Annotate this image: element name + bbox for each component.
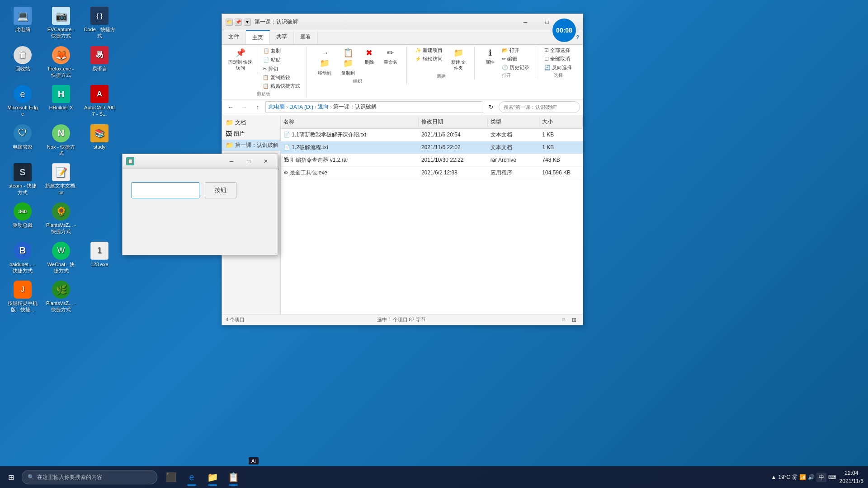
desktop-icon-firefox[interactable]: 🦊 firefox.exe - 快捷方式 (43, 44, 79, 81)
system-clock[interactable]: 22:04 2021/11/6 (840, 469, 863, 485)
ribbon-tab-file[interactable]: 文件 (222, 30, 246, 44)
desktop-icon-steam[interactable]: S steam - 快捷方式 (5, 161, 41, 198)
desktop-icon-123exe[interactable]: 1 123.exe (81, 239, 118, 277)
file-icon-txt1: 📄 (283, 131, 290, 138)
desktop-icon-edge[interactable]: e Microsoft Edge (5, 83, 41, 120)
ribbon-btn-history[interactable]: 🕐 历史记录 (500, 64, 531, 71)
ribbon-btn-paste[interactable]: 📄 粘贴 (261, 56, 302, 64)
status-item-count: 4 个项目 (226, 316, 245, 323)
col-header-size[interactable]: 大小 (539, 117, 583, 127)
taskbar-edge-button[interactable]: e (182, 467, 202, 487)
cut-icon: ✂ (263, 66, 267, 72)
desktop-icon-plantsexe[interactable]: 🌿 PlantsVsZ... - 快捷方式 (43, 278, 79, 315)
sidebar-item-lesson1[interactable]: 📁 第一课：认识破解 (222, 140, 280, 151)
properties-icon: ℹ (489, 48, 492, 58)
desktop-icon-jiasu[interactable]: J 按键精灵手机版 - 快捷... (5, 278, 41, 315)
dialog-action-button[interactable]: 按钮 (205, 182, 236, 198)
ribbon-btn-newitem[interactable]: ✨ 新建项目 (413, 47, 444, 54)
docs-icon: 📁 (226, 119, 233, 126)
refresh-button[interactable]: ↻ (485, 101, 497, 113)
file-list-container: 名称 修改日期 类型 大小 📄 1.1萌新教我学破解开课介绍.txt 2021/… (281, 115, 583, 314)
desktop-icon-evcapture[interactable]: 📷 EVCapture - 快捷方式 (43, 5, 79, 42)
table-row[interactable]: 📄 1.2破解流程.txt 2021/11/6 22:02 文本文档 1 KB (281, 141, 583, 154)
ribbon-btn-properties[interactable]: ℹ 属性 (481, 47, 499, 66)
taskbar-app5-button[interactable]: 📋 (223, 467, 243, 487)
desktop-icon-diannao[interactable]: 🛡 电脑管家 (5, 122, 41, 159)
sidebar-item-pics[interactable]: 🖼 图片 (222, 128, 280, 140)
desktop-icon-yiyuyan[interactable]: 易 易语言 (81, 44, 118, 81)
desktop-icon-360[interactable]: 360 驱动总裁 (5, 200, 41, 237)
ribbon-tabs: 文件 主页 共享 查看 ▲ ? (222, 30, 583, 45)
desktop-icon-plants[interactable]: 🌻 PlantsVsZ... - 快捷方式 (43, 200, 79, 237)
desktop-icon-recycle[interactable]: 🗑 回收站 (5, 44, 41, 81)
open-group-label: 打开 (502, 72, 511, 79)
breadcrumb-current: 第一课：认识破解 (333, 103, 377, 111)
desktop-icon-code[interactable]: { } Code - 快捷方式 (81, 5, 118, 42)
breadcrumb-drive[interactable]: DATA (D:) (289, 104, 313, 110)
start-button[interactable]: ⊞ (0, 466, 22, 488)
view-large-button[interactable]: ⊞ (569, 316, 579, 324)
window-minimize-button[interactable]: ─ (515, 15, 536, 29)
input-method-indicator[interactable]: 中 (816, 473, 826, 482)
moveto-icon: →📁 (316, 48, 333, 69)
ribbon-btn-selectall[interactable]: ☑ 全部选择 (542, 47, 574, 54)
ribbon-btn-copypath[interactable]: 📋 复制路径 (261, 74, 302, 81)
file-size-cell: 748 KB (539, 156, 583, 164)
breadcrumb[interactable]: 此电脑 › DATA (D:) › 返向 › 第一课：认识破解 (265, 101, 483, 113)
desktop-icon-wechat[interactable]: W WeChat - 快捷方式 (43, 239, 79, 277)
ribbon-btn-selectnone[interactable]: ☐ 全部取消 (542, 55, 574, 63)
taskbar-taskview-button[interactable]: ⬛ (161, 467, 181, 487)
ribbon-btn-edit[interactable]: ✏ 编辑 (500, 55, 531, 63)
ribbon-btn-moveto[interactable]: →📁 移动到 (313, 47, 336, 77)
ribbon-btn-invertsel[interactable]: 🔄 反向选择 (542, 64, 574, 71)
sidebar-item-docs[interactable]: 📁 文档 (222, 117, 280, 128)
taskbar-explorer-button[interactable]: 📁 (203, 467, 222, 487)
ribbon-btn-copyto[interactable]: 📋📁 复制到 (337, 47, 359, 77)
col-header-type[interactable]: 类型 (488, 117, 540, 127)
desktop-icon-study[interactable]: 📚 study (81, 122, 118, 159)
dialog-input-field[interactable] (132, 182, 199, 198)
file-icon-exe: ⚙ (283, 169, 288, 176)
ribbon-btn-cut[interactable]: ✂ 剪切 (261, 65, 280, 73)
ribbon-btn-pasteshortcut[interactable]: 📋 粘贴快捷方式 (261, 82, 302, 90)
col-header-date[interactable]: 修改日期 (419, 117, 488, 127)
edge-icon: e (189, 472, 194, 483)
desktop-icon-pc[interactable]: 💻 此电脑 (5, 5, 41, 42)
up-button[interactable]: ↑ (252, 101, 264, 113)
status-bar: 4 个项目 选中 1 个项目 87 字节 ≡ ⊞ (222, 314, 583, 325)
ribbon-tab-view[interactable]: 查看 (294, 30, 318, 44)
desktop-icon-hbuilder[interactable]: H HBuilder X (43, 83, 79, 120)
ribbon-btn-copy[interactable]: 📋 复制 (261, 47, 302, 55)
search-input[interactable] (499, 101, 580, 113)
lesson1-icon: 📁 (226, 141, 233, 149)
taskbar-search-bar[interactable]: 🔍 在这里输入你要搜索的内容 (22, 470, 157, 484)
dialog-close-button[interactable]: ✕ (258, 156, 274, 167)
table-row[interactable]: 🗜 汇编指令查询器 v1.2.rar 2011/10/30 22:22 rar … (281, 154, 583, 167)
ribbon-btn-rename[interactable]: ✏ 重命名 (379, 47, 402, 77)
ribbon-btn-open[interactable]: 📂 打开 (500, 47, 531, 54)
ribbon-btn-delete[interactable]: ✖ 删除 (360, 47, 378, 77)
desktop-icon-autocad[interactable]: A AutoCAD 2007 - S... (81, 83, 118, 120)
titlebar-arrow-icon: ▼ (244, 19, 251, 26)
forward-button[interactable]: → (238, 101, 250, 113)
desktop-icon-baidu[interactable]: B baidunet... - 快捷方式 (5, 239, 41, 277)
table-row[interactable]: ⚙ 最全工具包.exe 2021/6/2 12:38 应用程序 104,596 … (281, 167, 583, 179)
table-row[interactable]: 📄 1.1萌新教我学破解开课介绍.txt 2021/11/6 20:54 文本文… (281, 129, 583, 141)
ribbon-tab-share[interactable]: 共享 (270, 30, 294, 44)
breadcrumb-pc[interactable]: 此电脑 (269, 103, 285, 111)
ribbon-btn-newfolder[interactable]: 📁 新建 文件夹 (447, 47, 470, 72)
ribbon-btn-pin[interactable]: 📌 固定到 快速访问 (226, 47, 255, 72)
desktop-icon-newtxt[interactable]: 📝 新建文本文档.txt (43, 161, 79, 198)
ribbon-btn-easyaccess[interactable]: ⚡ 轻松访问 (413, 55, 444, 63)
breadcrumb-parent[interactable]: 返向 (318, 103, 329, 111)
dialog-minimize-button[interactable]: ─ (223, 156, 240, 167)
history-icon: 🕐 (502, 65, 508, 70)
back-button[interactable]: ← (225, 101, 236, 113)
dialog-maximize-button[interactable]: □ (241, 156, 257, 167)
desktop-icon-nox[interactable]: N Nox - 快捷方式 (43, 122, 79, 159)
ribbon-tab-home[interactable]: 主页 (246, 30, 270, 44)
pin-icon: 📌 (236, 48, 245, 58)
file-date-cell: 2021/6/2 12:38 (419, 169, 488, 177)
col-header-name[interactable]: 名称 (281, 117, 419, 127)
view-details-button[interactable]: ≡ (558, 316, 568, 324)
